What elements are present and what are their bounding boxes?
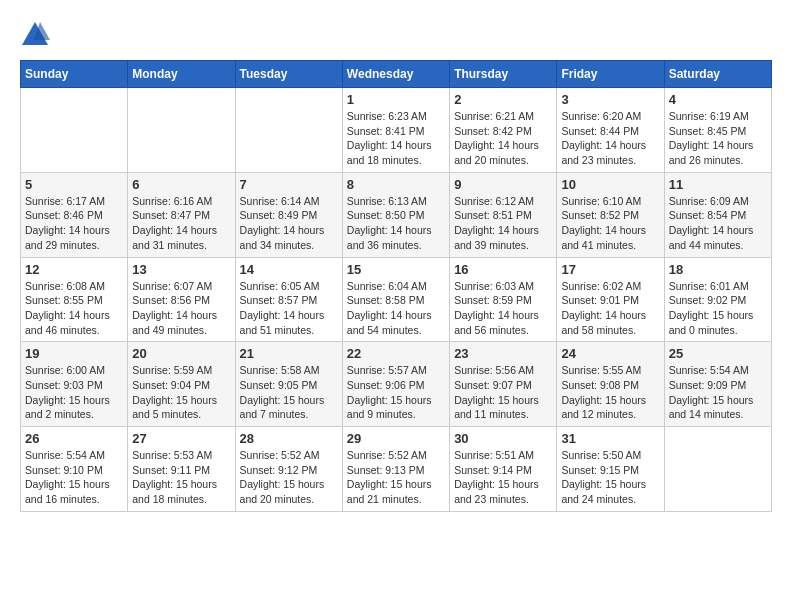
day-number: 23 — [454, 346, 552, 361]
day-detail: Sunrise: 6:13 AM Sunset: 8:50 PM Dayligh… — [347, 194, 445, 253]
day-detail: Sunrise: 5:57 AM Sunset: 9:06 PM Dayligh… — [347, 363, 445, 422]
calendar-day-cell: 31Sunrise: 5:50 AM Sunset: 9:15 PM Dayli… — [557, 427, 664, 512]
day-detail: Sunrise: 6:19 AM Sunset: 8:45 PM Dayligh… — [669, 109, 767, 168]
calendar-day-cell: 7Sunrise: 6:14 AM Sunset: 8:49 PM Daylig… — [235, 172, 342, 257]
day-number: 26 — [25, 431, 123, 446]
day-number: 25 — [669, 346, 767, 361]
calendar-day-cell: 2Sunrise: 6:21 AM Sunset: 8:42 PM Daylig… — [450, 88, 557, 173]
day-detail: Sunrise: 5:51 AM Sunset: 9:14 PM Dayligh… — [454, 448, 552, 507]
day-number: 30 — [454, 431, 552, 446]
day-detail: Sunrise: 6:21 AM Sunset: 8:42 PM Dayligh… — [454, 109, 552, 168]
day-number: 18 — [669, 262, 767, 277]
calendar-day-cell: 25Sunrise: 5:54 AM Sunset: 9:09 PM Dayli… — [664, 342, 771, 427]
calendar-day-cell: 23Sunrise: 5:56 AM Sunset: 9:07 PM Dayli… — [450, 342, 557, 427]
day-number: 20 — [132, 346, 230, 361]
day-detail: Sunrise: 5:50 AM Sunset: 9:15 PM Dayligh… — [561, 448, 659, 507]
day-number: 4 — [669, 92, 767, 107]
calendar-day-cell — [21, 88, 128, 173]
day-detail: Sunrise: 6:02 AM Sunset: 9:01 PM Dayligh… — [561, 279, 659, 338]
day-detail: Sunrise: 6:17 AM Sunset: 8:46 PM Dayligh… — [25, 194, 123, 253]
day-detail: Sunrise: 5:55 AM Sunset: 9:08 PM Dayligh… — [561, 363, 659, 422]
calendar-day-cell: 5Sunrise: 6:17 AM Sunset: 8:46 PM Daylig… — [21, 172, 128, 257]
calendar-day-cell: 30Sunrise: 5:51 AM Sunset: 9:14 PM Dayli… — [450, 427, 557, 512]
calendar-day-cell: 9Sunrise: 6:12 AM Sunset: 8:51 PM Daylig… — [450, 172, 557, 257]
day-number: 10 — [561, 177, 659, 192]
calendar-day-cell: 6Sunrise: 6:16 AM Sunset: 8:47 PM Daylig… — [128, 172, 235, 257]
day-number: 28 — [240, 431, 338, 446]
day-detail: Sunrise: 6:16 AM Sunset: 8:47 PM Dayligh… — [132, 194, 230, 253]
day-number: 13 — [132, 262, 230, 277]
day-detail: Sunrise: 5:52 AM Sunset: 9:12 PM Dayligh… — [240, 448, 338, 507]
day-detail: Sunrise: 6:09 AM Sunset: 8:54 PM Dayligh… — [669, 194, 767, 253]
calendar-week-row: 19Sunrise: 6:00 AM Sunset: 9:03 PM Dayli… — [21, 342, 772, 427]
day-of-week-header: Friday — [557, 61, 664, 88]
day-of-week-header: Thursday — [450, 61, 557, 88]
day-number: 8 — [347, 177, 445, 192]
day-of-week-header: Wednesday — [342, 61, 449, 88]
calendar-day-cell — [235, 88, 342, 173]
day-detail: Sunrise: 6:04 AM Sunset: 8:58 PM Dayligh… — [347, 279, 445, 338]
calendar-day-cell — [664, 427, 771, 512]
day-number: 16 — [454, 262, 552, 277]
day-number: 19 — [25, 346, 123, 361]
day-detail: Sunrise: 6:10 AM Sunset: 8:52 PM Dayligh… — [561, 194, 659, 253]
calendar-day-cell: 22Sunrise: 5:57 AM Sunset: 9:06 PM Dayli… — [342, 342, 449, 427]
calendar-day-cell: 29Sunrise: 5:52 AM Sunset: 9:13 PM Dayli… — [342, 427, 449, 512]
calendar-day-cell: 13Sunrise: 6:07 AM Sunset: 8:56 PM Dayli… — [128, 257, 235, 342]
calendar-day-cell: 17Sunrise: 6:02 AM Sunset: 9:01 PM Dayli… — [557, 257, 664, 342]
calendar-day-cell: 16Sunrise: 6:03 AM Sunset: 8:59 PM Dayli… — [450, 257, 557, 342]
day-detail: Sunrise: 6:23 AM Sunset: 8:41 PM Dayligh… — [347, 109, 445, 168]
calendar-day-cell: 15Sunrise: 6:04 AM Sunset: 8:58 PM Dayli… — [342, 257, 449, 342]
day-number: 14 — [240, 262, 338, 277]
day-detail: Sunrise: 5:58 AM Sunset: 9:05 PM Dayligh… — [240, 363, 338, 422]
calendar-day-cell: 3Sunrise: 6:20 AM Sunset: 8:44 PM Daylig… — [557, 88, 664, 173]
day-number: 12 — [25, 262, 123, 277]
calendar-week-row: 26Sunrise: 5:54 AM Sunset: 9:10 PM Dayli… — [21, 427, 772, 512]
day-number: 17 — [561, 262, 659, 277]
day-number: 21 — [240, 346, 338, 361]
day-number: 5 — [25, 177, 123, 192]
day-number: 31 — [561, 431, 659, 446]
calendar-header-row: SundayMondayTuesdayWednesdayThursdayFrid… — [21, 61, 772, 88]
calendar-day-cell: 4Sunrise: 6:19 AM Sunset: 8:45 PM Daylig… — [664, 88, 771, 173]
day-number: 1 — [347, 92, 445, 107]
logo-icon — [20, 20, 50, 50]
day-detail: Sunrise: 5:54 AM Sunset: 9:10 PM Dayligh… — [25, 448, 123, 507]
day-of-week-header: Tuesday — [235, 61, 342, 88]
calendar-week-row: 1Sunrise: 6:23 AM Sunset: 8:41 PM Daylig… — [21, 88, 772, 173]
calendar-day-cell: 24Sunrise: 5:55 AM Sunset: 9:08 PM Dayli… — [557, 342, 664, 427]
day-detail: Sunrise: 5:59 AM Sunset: 9:04 PM Dayligh… — [132, 363, 230, 422]
day-number: 7 — [240, 177, 338, 192]
calendar-day-cell: 19Sunrise: 6:00 AM Sunset: 9:03 PM Dayli… — [21, 342, 128, 427]
day-number: 27 — [132, 431, 230, 446]
day-number: 6 — [132, 177, 230, 192]
day-detail: Sunrise: 5:52 AM Sunset: 9:13 PM Dayligh… — [347, 448, 445, 507]
day-detail: Sunrise: 6:05 AM Sunset: 8:57 PM Dayligh… — [240, 279, 338, 338]
calendar-day-cell: 28Sunrise: 5:52 AM Sunset: 9:12 PM Dayli… — [235, 427, 342, 512]
page-header — [20, 20, 772, 50]
calendar-day-cell: 8Sunrise: 6:13 AM Sunset: 8:50 PM Daylig… — [342, 172, 449, 257]
day-of-week-header: Sunday — [21, 61, 128, 88]
day-detail: Sunrise: 6:08 AM Sunset: 8:55 PM Dayligh… — [25, 279, 123, 338]
calendar-day-cell: 26Sunrise: 5:54 AM Sunset: 9:10 PM Dayli… — [21, 427, 128, 512]
day-number: 2 — [454, 92, 552, 107]
calendar-day-cell: 12Sunrise: 6:08 AM Sunset: 8:55 PM Dayli… — [21, 257, 128, 342]
calendar-week-row: 5Sunrise: 6:17 AM Sunset: 8:46 PM Daylig… — [21, 172, 772, 257]
day-detail: Sunrise: 5:53 AM Sunset: 9:11 PM Dayligh… — [132, 448, 230, 507]
day-detail: Sunrise: 6:20 AM Sunset: 8:44 PM Dayligh… — [561, 109, 659, 168]
calendar-day-cell: 21Sunrise: 5:58 AM Sunset: 9:05 PM Dayli… — [235, 342, 342, 427]
day-detail: Sunrise: 5:56 AM Sunset: 9:07 PM Dayligh… — [454, 363, 552, 422]
calendar-day-cell: 27Sunrise: 5:53 AM Sunset: 9:11 PM Dayli… — [128, 427, 235, 512]
calendar-day-cell — [128, 88, 235, 173]
calendar-day-cell: 14Sunrise: 6:05 AM Sunset: 8:57 PM Dayli… — [235, 257, 342, 342]
day-number: 11 — [669, 177, 767, 192]
calendar-day-cell: 20Sunrise: 5:59 AM Sunset: 9:04 PM Dayli… — [128, 342, 235, 427]
day-detail: Sunrise: 5:54 AM Sunset: 9:09 PM Dayligh… — [669, 363, 767, 422]
day-number: 9 — [454, 177, 552, 192]
day-number: 29 — [347, 431, 445, 446]
calendar-day-cell: 10Sunrise: 6:10 AM Sunset: 8:52 PM Dayli… — [557, 172, 664, 257]
day-of-week-header: Saturday — [664, 61, 771, 88]
day-detail: Sunrise: 6:12 AM Sunset: 8:51 PM Dayligh… — [454, 194, 552, 253]
calendar-week-row: 12Sunrise: 6:08 AM Sunset: 8:55 PM Dayli… — [21, 257, 772, 342]
calendar-day-cell: 1Sunrise: 6:23 AM Sunset: 8:41 PM Daylig… — [342, 88, 449, 173]
